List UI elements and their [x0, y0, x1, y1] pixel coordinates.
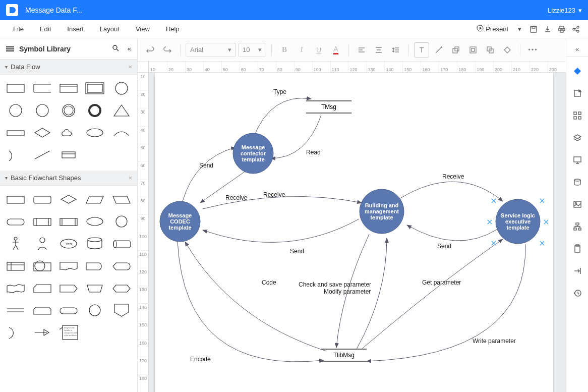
menu-file[interactable]: File [5, 20, 32, 38]
collapse-left-icon[interactable]: « [128, 45, 131, 52]
align-h-button[interactable] [354, 42, 369, 58]
menu-layout[interactable]: Layout [92, 20, 128, 38]
bold-button[interactable]: B [277, 42, 292, 58]
group-button[interactable] [465, 42, 481, 58]
shape-off-page[interactable] [111, 302, 132, 319]
canvas-paper[interactable]: TMsg TlibMsg Type Read [155, 73, 553, 392]
shape-cut-corner[interactable] [31, 302, 52, 319]
image-panel-button[interactable] [570, 197, 585, 212]
shape-cloud[interactable] [58, 124, 79, 141]
shape-display[interactable] [111, 257, 132, 274]
download-button[interactable] [541, 22, 555, 36]
node-building-management[interactable]: Building andmanagementtemplate [360, 189, 404, 234]
shape-rounded[interactable] [31, 191, 52, 208]
edge-send1[interactable] [183, 147, 236, 201]
shape-tape[interactable] [5, 279, 26, 297]
edge-type[interactable] [253, 98, 311, 138]
collapse-right-icon[interactable]: « [566, 42, 588, 57]
save-button[interactable] [526, 22, 541, 36]
shape-half-circle[interactable] [5, 146, 26, 163]
shape-diamond[interactable] [31, 124, 52, 141]
section-basic-flowchart[interactable]: ▾ Basic Flowchart Shapes × [0, 171, 137, 186]
shape-subprocess[interactable] [58, 213, 79, 230]
close-icon[interactable]: × [128, 174, 132, 182]
shape-predefined[interactable] [31, 213, 52, 230]
font-color-button[interactable]: A [328, 42, 343, 58]
data-panel-button[interactable] [570, 175, 585, 190]
text-tool-button[interactable]: T [414, 42, 429, 58]
shape-user[interactable] [31, 235, 52, 252]
tree-panel-button[interactable] [570, 219, 585, 234]
shape-person[interactable] [5, 235, 26, 252]
node-message-codec[interactable]: MessageCODECtemplate [160, 201, 200, 242]
shape-thick-circle[interactable] [84, 102, 105, 119]
present-button[interactable]: Present [473, 25, 512, 33]
clipboard-panel-button[interactable] [570, 241, 585, 256]
shape-ellipse2[interactable] [84, 213, 105, 230]
shape-document[interactable] [58, 257, 79, 274]
line-spacing-button[interactable] [388, 42, 403, 58]
shape-circle3[interactable] [31, 102, 52, 119]
menu-insert[interactable]: Insert [59, 20, 92, 38]
share-button[interactable] [569, 22, 583, 36]
shape-preparation[interactable] [111, 279, 132, 297]
shape-label[interactable] [58, 146, 79, 163]
shape-line[interactable] [31, 146, 52, 163]
shape-circle2[interactable] [5, 102, 26, 119]
shape-note[interactable]: Drag the sidehandles tochange the widtho… [58, 324, 79, 341]
search-icon[interactable] [111, 44, 120, 53]
shape-circle-in-rect[interactable] [31, 257, 52, 274]
shape-circle-sm[interactable] [111, 213, 132, 230]
arrange-button[interactable] [483, 42, 498, 58]
shape-lines[interactable] [5, 302, 26, 319]
menu-view[interactable]: View [128, 20, 158, 38]
underline-button[interactable]: U [311, 42, 326, 58]
shape-data2[interactable] [111, 191, 132, 208]
shape-rect[interactable] [5, 80, 26, 97]
tlibmsg-label[interactable]: TlibMsg [333, 352, 355, 359]
shape-connector[interactable] [84, 302, 105, 319]
shape-decision[interactable] [58, 191, 79, 208]
shape-ellipse[interactable] [84, 124, 105, 141]
font-size-select[interactable]: 10▾ [238, 43, 266, 57]
present-dropdown[interactable]: ▾ [512, 22, 526, 36]
fill-button[interactable] [500, 42, 515, 58]
shape-terminator[interactable] [5, 213, 26, 230]
node-service-logic[interactable]: Service logicexecutivetemplate [488, 199, 548, 245]
italic-button[interactable]: I [294, 42, 309, 58]
user-menu[interactable]: Lizzie123 ▾ [548, 7, 582, 14]
undo-button[interactable] [143, 42, 158, 58]
close-icon[interactable]: × [128, 63, 132, 71]
edge-encode[interactable] [178, 242, 324, 362]
apps-panel-button[interactable] [570, 108, 585, 123]
shape-data[interactable] [84, 191, 105, 208]
shape-circle[interactable] [111, 80, 132, 97]
connector-button[interactable] [431, 42, 446, 58]
shape-curve[interactable] [111, 124, 132, 141]
shape-pentagon[interactable] [58, 279, 79, 297]
font-select[interactable]: Arial▾ [186, 43, 236, 57]
redo-button[interactable] [160, 42, 175, 58]
shape-rect-thin[interactable] [5, 124, 26, 141]
edge-code[interactable] [185, 242, 326, 351]
history-panel-button[interactable] [570, 286, 585, 301]
ungroup-button[interactable] [448, 42, 463, 58]
shape-card[interactable] [31, 279, 52, 297]
menu-help[interactable]: Help [158, 20, 188, 38]
insert-panel-button[interactable] [570, 86, 585, 101]
shape-manual-op[interactable] [84, 279, 105, 297]
shape-triangle[interactable] [111, 102, 132, 119]
shape-yes[interactable]: Yes [58, 235, 79, 252]
node-message-contector[interactable]: Messagecontectortemplate [233, 133, 273, 174]
shape-open-rect[interactable] [31, 80, 52, 97]
shape-delay[interactable] [84, 257, 105, 274]
shape-storage[interactable] [111, 235, 132, 252]
shape-double-circle[interactable] [58, 102, 79, 119]
align-v-button[interactable] [371, 42, 386, 58]
shape-database[interactable] [84, 235, 105, 252]
edge-receive3[interactable] [399, 182, 503, 201]
menu-edit[interactable]: Edit [32, 20, 59, 38]
more-button[interactable]: ••• [525, 42, 541, 58]
layers-panel-button[interactable] [570, 130, 585, 145]
shape-stadium[interactable] [58, 302, 79, 319]
